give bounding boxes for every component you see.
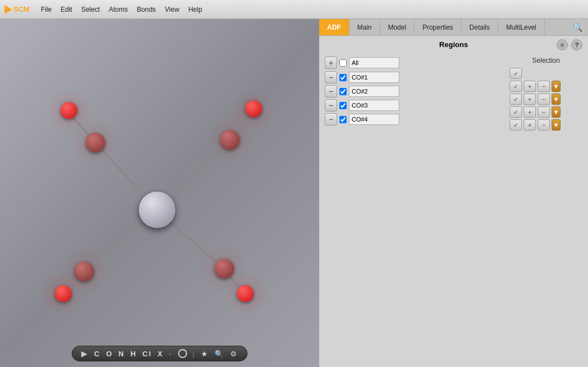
- atom-o1: [60, 102, 77, 119]
- atom-metal: [139, 192, 175, 228]
- region-1-name[interactable]: [349, 72, 399, 83]
- region-row-4: −: [325, 113, 504, 126]
- sel-dropdown-2[interactable]: ▼: [552, 94, 561, 105]
- star-icon[interactable]: ★: [201, 350, 209, 358]
- sel-plus-2[interactable]: +: [524, 94, 536, 105]
- search-button[interactable]: 🔍: [567, 20, 588, 35]
- divider1: |: [193, 350, 195, 358]
- regions-icons: ≡ ?: [557, 39, 582, 50]
- logo-arrow: [4, 5, 12, 14]
- element-cl[interactable]: Cl: [142, 350, 152, 358]
- menu-help[interactable]: Help: [184, 3, 207, 16]
- region-2-name[interactable]: [349, 86, 399, 97]
- atom-c4: [214, 259, 234, 278]
- atom-c1: [86, 133, 105, 152]
- tab-main[interactable]: Main: [349, 19, 380, 35]
- element-h[interactable]: H: [130, 350, 137, 358]
- menu-edit[interactable]: Edit: [56, 3, 77, 16]
- regions-list: + − −: [325, 57, 504, 132]
- tab-bar: ADF Main Model Properties Details MultiL…: [319, 19, 588, 36]
- sel-minus-1[interactable]: −: [538, 81, 550, 92]
- selection-row-1: ✓ + − ▼: [510, 81, 582, 92]
- cursor-icon[interactable]: ▶: [81, 349, 88, 358]
- region-3-checkbox[interactable]: [339, 102, 347, 109]
- sel-dropdown-3[interactable]: ▼: [552, 106, 561, 118]
- remove-region-2-button[interactable]: −: [325, 85, 337, 97]
- region-4-checkbox[interactable]: [339, 116, 347, 123]
- sel-check-all[interactable]: ✓: [510, 68, 522, 79]
- magnify-icon[interactable]: 🔍: [214, 350, 225, 358]
- tab-multilevel[interactable]: MultiLevel: [498, 19, 545, 35]
- sel-plus-4[interactable]: +: [524, 119, 536, 131]
- sel-minus-3[interactable]: −: [538, 106, 550, 118]
- regions-header: Regions ≡ ?: [319, 36, 588, 52]
- atom-o4: [237, 285, 254, 302]
- region-2-checkbox[interactable]: [339, 88, 347, 95]
- panel-content: Regions ≡ ? +: [319, 36, 588, 367]
- sel-check-3[interactable]: ✓: [510, 106, 522, 118]
- menu-select[interactable]: Select: [77, 3, 104, 16]
- selection-area: Selection ✓ ✓ + − ▼ ✓ +: [510, 57, 582, 132]
- region-3-name[interactable]: [349, 100, 399, 111]
- atom-o2: [245, 100, 262, 117]
- menu-bar: SCM File Edit Select Atoms Bonds View He…: [0, 0, 588, 19]
- sel-minus-2[interactable]: −: [538, 94, 550, 105]
- region-row-3: −: [325, 99, 504, 112]
- atom-c3: [74, 262, 94, 281]
- remove-region-3-button[interactable]: −: [325, 99, 337, 112]
- region-4-name[interactable]: [349, 114, 399, 125]
- tab-model[interactable]: Model: [380, 19, 415, 35]
- region-1-checkbox[interactable]: [339, 74, 347, 81]
- menu-bonds[interactable]: Bonds: [132, 3, 160, 16]
- atom-c2: [220, 130, 240, 150]
- selection-row-3: ✓ + − ▼: [510, 106, 582, 118]
- sel-dropdown-4[interactable]: ▼: [552, 119, 561, 131]
- selection-row-2: ✓ + − ▼: [510, 94, 582, 105]
- sel-minus-4[interactable]: −: [538, 119, 550, 131]
- menu-icon-btn[interactable]: ≡: [557, 39, 568, 50]
- menu-atoms[interactable]: Atoms: [104, 3, 132, 16]
- selection-header: Selection: [510, 57, 582, 64]
- sel-check-1[interactable]: ✓: [510, 81, 522, 92]
- bottom-toolbar: ▶ C O N H Cl X · | ★ 🔍 ⚙: [72, 346, 248, 361]
- all-region-checkbox[interactable]: [339, 59, 347, 67]
- main-layout: ▶ C O N H Cl X · | ★ 🔍 ⚙ ADF Main Model …: [0, 19, 588, 367]
- sel-plus-3[interactable]: +: [524, 106, 536, 118]
- element-c[interactable]: C: [94, 350, 100, 358]
- sel-check-4[interactable]: ✓: [510, 119, 522, 131]
- selection-row-4: ✓ + − ▼: [510, 119, 582, 131]
- atom-o3: [55, 285, 72, 302]
- remove-region-4-button[interactable]: −: [325, 113, 337, 126]
- region-row-1: −: [325, 71, 504, 83]
- menu-view[interactable]: View: [160, 3, 184, 16]
- region-row-2: −: [325, 85, 504, 97]
- sel-check-2[interactable]: ✓: [510, 94, 522, 105]
- element-dot[interactable]: ·: [169, 350, 172, 358]
- selection-row-all: ✓: [510, 68, 582, 79]
- regions-add-row: +: [325, 57, 504, 69]
- viewport[interactable]: ▶ C O N H Cl X · | ★ 🔍 ⚙: [0, 19, 319, 367]
- sel-dropdown-1[interactable]: ▼: [552, 81, 561, 92]
- element-n[interactable]: N: [119, 350, 125, 358]
- element-o[interactable]: O: [106, 350, 113, 358]
- add-region-button[interactable]: +: [325, 57, 337, 69]
- element-o2[interactable]: [178, 349, 187, 358]
- logo-text: SCM: [13, 5, 30, 13]
- regions-area: + − −: [319, 52, 588, 137]
- all-region-name[interactable]: [349, 57, 399, 68]
- element-x[interactable]: X: [157, 350, 164, 358]
- help-icon-btn[interactable]: ?: [571, 39, 582, 50]
- regions-title: Regions: [439, 40, 468, 49]
- gear-icon[interactable]: ⚙: [230, 350, 238, 358]
- remove-region-1-button[interactable]: −: [325, 71, 337, 83]
- sel-plus-1[interactable]: +: [524, 81, 536, 92]
- scm-logo: SCM: [4, 5, 30, 14]
- molecule-container: [28, 53, 291, 344]
- right-panel: ADF Main Model Properties Details MultiL…: [319, 19, 588, 367]
- tab-details[interactable]: Details: [461, 19, 498, 35]
- menu-file[interactable]: File: [36, 3, 56, 16]
- tab-adf[interactable]: ADF: [319, 19, 349, 35]
- tab-properties[interactable]: Properties: [414, 19, 461, 35]
